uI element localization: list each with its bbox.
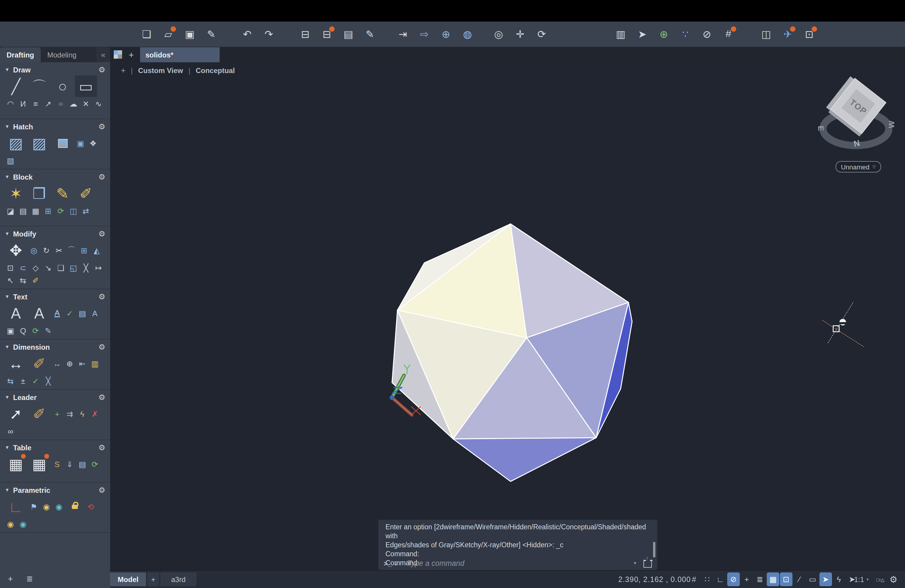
pan-icon[interactable]: ✛ <box>513 26 527 42</box>
multileader-icon[interactable]: ➚ <box>5 403 27 424</box>
layout-tab-plus[interactable]: + <box>147 572 159 586</box>
snap-mode-toggle[interactable]: ∷ <box>701 572 713 586</box>
attach-icon[interactable]: ⊕ <box>439 26 453 42</box>
select-similar-icon[interactable]: ⊡ <box>5 262 16 273</box>
geolocation-icon[interactable]: ⊕ <box>657 26 671 42</box>
object-snap-tracking-toggle[interactable]: ϟ <box>833 572 845 586</box>
autosnap-tracking-toggle[interactable]: + <box>740 572 753 586</box>
gradient-icon[interactable] <box>51 132 74 154</box>
attribute-manager-icon[interactable]: ▤ <box>17 205 29 217</box>
insert-table-icon[interactable]: ▦ <box>5 453 27 475</box>
lineweight-display-toggle[interactable]: ≣ <box>754 572 766 586</box>
annotation-visibility-icon[interactable]: □○△ <box>876 571 884 588</box>
attribute-tag-icon[interactable]: ◪ <box>5 205 16 217</box>
purge-icon[interactable]: ⊘ <box>700 26 714 42</box>
sync-attributes-icon[interactable]: ⟳ <box>55 205 67 217</box>
command-scrollbar[interactable] <box>653 542 656 558</box>
panel-collapse-caret[interactable]: ▼ <box>5 445 10 450</box>
rotate-icon[interactable]: ↻ <box>41 244 52 256</box>
plot-style-edit-icon[interactable]: ✎ <box>363 26 377 42</box>
export-icon[interactable]: ⇨ <box>417 26 432 42</box>
multileader-style-icon[interactable]: ✐ <box>28 403 50 424</box>
gear-icon[interactable]: ⚙ <box>98 393 105 402</box>
share-command-icon[interactable]: ↑ <box>643 560 652 567</box>
collapse-sidebar-button[interactable]: « <box>96 47 110 62</box>
dimensional-constraint-icon[interactable] <box>66 497 84 516</box>
selection-cycling-toggle[interactable]: ⊡ <box>780 572 792 586</box>
ellipse-icon[interactable]: ○ <box>55 98 67 110</box>
geometric-constraint-icon[interactable]: ∟ <box>5 496 27 517</box>
fillet-icon[interactable]: ⌒ <box>66 244 77 256</box>
hatch-edit-icon[interactable]: ▨ <box>28 132 50 154</box>
constraint-update-icon[interactable]: ⟲ <box>85 501 96 513</box>
quick-select-icon[interactable]: ➤ <box>635 26 649 42</box>
boundary-icon[interactable]: ▣ <box>75 137 86 149</box>
viewcube[interactable]: TOP E W N <box>816 75 896 149</box>
attribute-display-icon[interactable]: ◫ <box>68 205 79 217</box>
text-style-icon[interactable]: A <box>28 302 50 324</box>
hatch-icon[interactable]: ▨ <box>5 132 27 154</box>
layout-grid-icon[interactable] <box>114 50 122 59</box>
panel-collapse-caret[interactable]: ▼ <box>5 231 10 237</box>
tool-sets-icon[interactable]: ▥ <box>613 26 628 42</box>
revision-cloud-icon[interactable]: ☁ <box>68 98 79 110</box>
panel-collapse-caret[interactable]: ▼ <box>5 394 10 400</box>
gear-icon[interactable]: ⚙ <box>98 172 105 181</box>
orbit-icon[interactable]: ⟳ <box>535 26 549 42</box>
file-tab-solidos[interactable]: solidos* <box>140 47 220 62</box>
find-text-icon[interactable]: Q <box>17 324 29 337</box>
baseline-dimension-icon[interactable]: ⇤ <box>76 358 88 369</box>
feedback-icon[interactable]: ⊡ <box>802 26 816 42</box>
plot-preview-icon[interactable]: ⊟ <box>320 26 334 42</box>
break-icon[interactable]: ╳ <box>80 262 92 273</box>
explode-icon[interactable]: ◇ <box>30 262 41 273</box>
gear-icon[interactable]: ⚙ <box>98 443 105 452</box>
dimension-icon[interactable]: ↔ <box>5 353 27 374</box>
save-as-icon[interactable]: ✎ <box>204 26 219 42</box>
dimension-break-icon[interactable]: ╳ <box>43 375 54 387</box>
panel-collapse-caret[interactable]: ▼ <box>5 294 10 299</box>
layout-tab-model[interactable]: Model <box>110 572 146 586</box>
multiline-text-icon[interactable]: A <box>5 302 27 324</box>
data-link-icon[interactable]: S <box>51 458 63 470</box>
share-icon[interactable]: ✈ <box>781 26 795 42</box>
layer-state-icon[interactable]: # <box>721 26 736 42</box>
viewport-style-label[interactable]: Conceptual <box>196 66 235 75</box>
pdf-import-text-icon[interactable]: A <box>89 307 100 319</box>
new-drawing-tab-button[interactable]: + <box>129 47 134 62</box>
panel-list-icon[interactable]: ≣ <box>26 574 33 583</box>
viewcube-east-label[interactable]: E <box>816 126 826 131</box>
cell-style-icon[interactable]: ▤ <box>76 458 88 470</box>
insert-block-icon[interactable]: ✶ <box>5 183 27 204</box>
point-icon[interactable]: ✕ <box>80 98 92 110</box>
tab-modeling[interactable]: Modeling <box>41 47 83 62</box>
import-icon[interactable]: ⇥ <box>395 26 410 42</box>
linear-dimension-icon[interactable]: ↔ <box>51 358 63 369</box>
polyline-icon[interactable]: И <box>17 98 29 110</box>
trim-icon[interactable]: ✂ <box>53 244 65 256</box>
grid-toggle[interactable]: # <box>688 572 700 586</box>
match-properties-icon[interactable]: ⇆ <box>17 274 29 286</box>
hatch-settings-icon[interactable]: ▧ <box>5 154 16 167</box>
mirror-icon[interactable]: ◭ <box>91 244 102 256</box>
edit-table-icon[interactable]: ▦ <box>28 453 50 475</box>
copy-icon[interactable]: ◎ <box>28 244 40 256</box>
layout-tab-a3rd[interactable]: a3rd <box>160 572 196 586</box>
add-leader-icon[interactable]: + <box>51 408 63 420</box>
auto-constrain-icon[interactable]: ⚑ <box>28 501 40 513</box>
measure-icon[interactable]: ↗ <box>43 98 54 110</box>
page-setup-icon[interactable]: ▤ <box>341 26 356 42</box>
show-constraints-icon[interactable]: ◉ <box>41 501 52 513</box>
hide-dimensional-icon[interactable]: ◉ <box>17 518 29 530</box>
viewport-view-label[interactable]: Custom View <box>138 66 183 75</box>
stretch-icon[interactable]: ↘ <box>43 262 54 273</box>
print-icon[interactable]: ⊟ <box>298 26 313 42</box>
collect-leaders-icon[interactable]: ∞ <box>5 425 16 437</box>
viewcube-cube[interactable]: TOP <box>824 75 886 137</box>
model-face-bottom-blue[interactable] <box>453 438 596 482</box>
command-dropdown-icon[interactable]: ▾ <box>634 561 636 566</box>
clean-icon[interactable]: ✐ <box>30 274 41 286</box>
offset-icon[interactable]: ⊂ <box>17 262 29 273</box>
save-to-web-icon[interactable]: ◍ <box>460 26 475 42</box>
hide-constraints-icon[interactable]: ◉ <box>53 501 65 513</box>
